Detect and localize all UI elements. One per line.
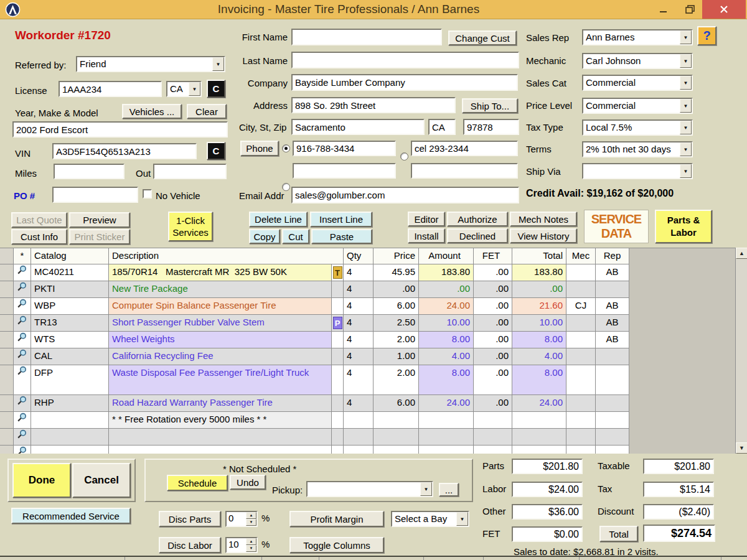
out-input[interactable] (153, 164, 227, 179)
cell-fet[interactable]: .00 (474, 298, 512, 315)
cell-rep[interactable]: AB (596, 332, 629, 348)
cell-qty[interactable]: 4 (344, 315, 374, 332)
cell-mec[interactable] (566, 315, 596, 332)
cell-selector[interactable] (0, 395, 14, 412)
license-copy-button[interactable]: C (207, 80, 225, 98)
cell-qty[interactable]: 4 (344, 298, 374, 315)
cell-price[interactable]: 6.00 (374, 395, 419, 412)
schedule-button[interactable]: Schedule (167, 475, 228, 491)
cell-price[interactable]: 1.00 (374, 348, 419, 365)
cell-selector[interactable] (0, 332, 14, 348)
cell-catalog[interactable]: PKTI (31, 281, 109, 298)
undo-button[interactable]: Undo (230, 475, 266, 490)
cell-badge[interactable] (332, 395, 344, 412)
copy-button[interactable]: Copy (249, 229, 280, 244)
cell-amount[interactable]: 24.00 (419, 395, 474, 412)
print-sticker-button[interactable]: Print Sticker (69, 229, 130, 245)
cell-catalog[interactable] (31, 412, 109, 429)
cell-mec[interactable] (566, 395, 596, 412)
cell-amount[interactable]: 183.80 (419, 264, 474, 281)
grid-row[interactable]: CALCalifornia Recycling Fee41.004.00.004… (0, 348, 630, 365)
cell-price[interactable]: 2.00 (374, 332, 419, 348)
chevron-down-icon[interactable] (456, 512, 468, 526)
cell-catalog[interactable]: RHP (31, 395, 109, 412)
one-click-services-button[interactable]: 1-Click Services (168, 212, 213, 241)
select-bay-select[interactable]: Select a Bay (391, 511, 469, 527)
paste-button[interactable]: Paste (311, 229, 372, 244)
authorize-button[interactable]: Authorize (447, 212, 508, 226)
cell-catalog[interactable]: MC40211 (31, 264, 109, 281)
cell-fet[interactable]: .00 (474, 348, 512, 365)
cell-mec[interactable] (566, 429, 596, 446)
tax-type-select[interactable]: Local 7.5% (582, 119, 693, 136)
cell-qty[interactable] (344, 446, 374, 454)
chevron-down-icon[interactable] (212, 57, 224, 71)
cell-selector[interactable] (0, 429, 14, 446)
referred-by-select[interactable]: Friend (76, 56, 225, 72)
magnifier-icon[interactable] (14, 395, 31, 412)
miles-input[interactable] (54, 164, 125, 179)
cell-badge[interactable] (332, 446, 344, 454)
cell-fet[interactable]: .00 (474, 365, 512, 395)
cell-selector[interactable] (0, 281, 14, 298)
magnifier-icon[interactable] (14, 298, 31, 315)
cell-price[interactable]: .00 (374, 281, 419, 298)
cell-mec[interactable]: CJ (566, 298, 596, 315)
cell-mec[interactable] (566, 332, 596, 348)
cell-badge[interactable] (332, 332, 344, 348)
state-input[interactable] (428, 119, 456, 135)
company-input[interactable] (291, 74, 518, 91)
cell-rep[interactable] (596, 365, 629, 395)
sales-rep-select[interactable]: Ann Barnes (582, 29, 693, 45)
cell-price[interactable] (374, 412, 419, 429)
ship-to-button[interactable]: Ship To... (462, 98, 518, 113)
spin-down-icon[interactable]: ▼ (246, 545, 256, 552)
header-fet[interactable]: FET (474, 248, 512, 264)
toggle-columns-button[interactable]: Toggle Columns (289, 537, 384, 553)
cell-badge[interactable] (332, 281, 344, 298)
cell-total[interactable]: 183.80 (512, 264, 566, 281)
first-name-input[interactable] (291, 29, 442, 45)
minimize-button[interactable] (651, 0, 675, 19)
declined-button[interactable]: Declined (447, 228, 508, 243)
clear-button[interactable]: Clear (187, 104, 227, 119)
cell-qty[interactable] (344, 429, 374, 446)
grid-row[interactable]: RHPRoad Hazard Warranty Passenger Tire46… (0, 395, 630, 412)
cell-badge[interactable]: T (332, 264, 344, 281)
preview-button[interactable]: Preview (69, 212, 130, 228)
cell-amount[interactable] (419, 412, 474, 429)
cell-badge[interactable] (332, 298, 344, 315)
disc-parts-button[interactable]: Disc Parts (159, 511, 221, 527)
zip-input[interactable] (463, 119, 519, 135)
cell-total[interactable]: 8.00 (512, 332, 566, 348)
cell-fet[interactable]: .00 (474, 332, 512, 348)
cell-total[interactable] (512, 412, 566, 429)
cell-selector[interactable] (0, 446, 14, 454)
profit-margin-button[interactable]: Profit Margin (289, 511, 384, 527)
cell-price[interactable] (374, 429, 419, 446)
cell-mec[interactable] (566, 412, 596, 429)
cell-description[interactable] (109, 446, 332, 454)
pickup-select[interactable] (306, 481, 433, 497)
cell-qty[interactable] (344, 412, 374, 429)
cell-description[interactable]: Wheel Weights (109, 332, 332, 348)
chevron-down-icon[interactable] (189, 82, 200, 96)
header-qty[interactable]: Qty (344, 248, 374, 264)
terms-select[interactable]: 2% 10th net 30 days (582, 141, 693, 157)
po-input[interactable] (52, 187, 138, 203)
view-history-button[interactable]: View History (510, 228, 577, 243)
spin-down-icon[interactable]: ▼ (246, 519, 256, 526)
cell-rep[interactable]: AB (596, 298, 629, 315)
editor-button[interactable]: Editor (408, 212, 445, 226)
vehicle-input[interactable] (12, 121, 228, 138)
cell-rep[interactable] (596, 446, 629, 454)
magnifier-icon[interactable] (14, 281, 31, 298)
cust-info-button[interactable]: Cust Info (11, 229, 67, 245)
cell-badge[interactable] (332, 429, 344, 446)
cell-description[interactable]: 185/70R14 Mastercraft MR 325 BW 50K (109, 264, 332, 281)
ship-via-select[interactable] (582, 163, 693, 179)
magnifier-icon[interactable] (14, 429, 31, 446)
grid-row[interactable]: WBPComputer Spin Balance Passenger Tire4… (0, 298, 630, 315)
cell-mec[interactable] (566, 446, 596, 454)
parts-labor-button[interactable]: Parts & Labor (655, 210, 712, 243)
